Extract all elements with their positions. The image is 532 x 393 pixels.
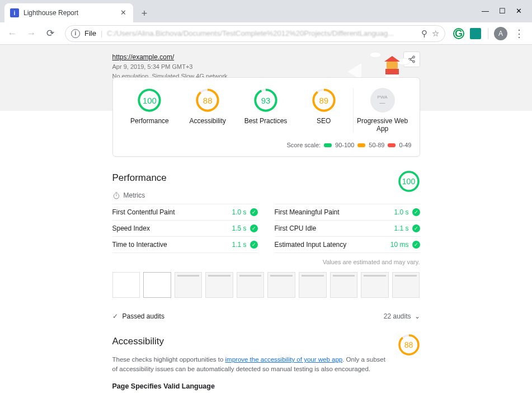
performance-section-gauge: 100 bbox=[398, 170, 420, 197]
svg-rect-14 bbox=[387, 62, 398, 69]
browser-titlebar: i Lighthouse Report ✕ + — ☐ ✕ bbox=[0, 0, 532, 22]
accessibility-description: These checks highlight opportunities to … bbox=[112, 355, 420, 375]
metric-row: First CPU Idle1.1 s✓ bbox=[275, 220, 420, 236]
metric-row: First Contentful Paint1.0 s✓ bbox=[112, 204, 258, 220]
filmstrip-frame[interactable] bbox=[392, 272, 420, 298]
check-icon: ✓ bbox=[412, 208, 420, 216]
browser-toolbar: ← → ⟳ i File | C:/Users/Alina.Bichova/Do… bbox=[0, 22, 532, 45]
metric-name: First CPU Idle bbox=[275, 224, 317, 232]
toolbar-separator bbox=[488, 28, 488, 39]
accessibility-section: 88 Accessibility These checks highlight … bbox=[112, 336, 420, 393]
close-window-button[interactable]: ✕ bbox=[516, 7, 522, 15]
svg-rect-11 bbox=[385, 69, 399, 74]
check-icon: ✓ bbox=[112, 312, 118, 320]
browser-tab[interactable]: i Lighthouse Report ✕ bbox=[4, 3, 133, 22]
grammarly-extension-icon[interactable]: G bbox=[452, 27, 465, 40]
lighthouse-favicon: i bbox=[10, 8, 19, 17]
svg-marker-15 bbox=[384, 56, 400, 62]
score-performance[interactable]: 100 Performance bbox=[121, 88, 179, 125]
metrics-header: Metrics bbox=[112, 191, 420, 199]
metric-value: 1.0 s bbox=[394, 208, 408, 216]
url-path: C:/Users/Alina.Bichova/Documents/TestCom… bbox=[107, 29, 417, 38]
filmstrip-frame[interactable] bbox=[205, 272, 233, 298]
filmstrip-frame[interactable] bbox=[267, 272, 295, 298]
metric-row: Time to Interactive1.1 s✓ bbox=[112, 236, 258, 253]
page-viewport[interactable]: https://example.com/ Apr 9, 2019, 5:34 P… bbox=[0, 45, 532, 393]
search-icon[interactable]: ⚲ bbox=[421, 29, 427, 39]
bookmark-icon[interactable]: ☆ bbox=[432, 29, 439, 39]
performance-title: Performance bbox=[112, 172, 420, 184]
url-scheme: File bbox=[84, 29, 96, 38]
window-controls: — ☐ ✕ bbox=[472, 0, 532, 22]
performance-section: 100 Performance Metrics First Contentful… bbox=[112, 172, 420, 320]
stopwatch-icon bbox=[112, 191, 120, 199]
metric-name: First Contentful Paint bbox=[112, 208, 175, 216]
page-info-icon[interactable]: i bbox=[71, 29, 80, 38]
filmstrip bbox=[112, 272, 420, 298]
maximize-button[interactable]: ☐ bbox=[499, 7, 506, 15]
filmstrip-frame[interactable] bbox=[299, 272, 327, 298]
metric-row: First Meaningful Paint1.0 s✓ bbox=[275, 204, 420, 220]
metrics-note: Values are estimated and may vary. bbox=[112, 259, 420, 265]
extension-icon[interactable] bbox=[469, 27, 482, 40]
metric-name: First Meaningful Paint bbox=[275, 208, 340, 216]
pwa-badge-icon: PWA— bbox=[370, 88, 395, 113]
metric-value: 1.0 s bbox=[232, 208, 246, 216]
address-bar[interactable]: i File | C:/Users/Alina.Bichova/Document… bbox=[65, 25, 445, 42]
filmstrip-frame[interactable] bbox=[237, 272, 265, 298]
scores-card: 100 Performance 88 Accessibility 93 Best… bbox=[112, 77, 420, 157]
metric-row: Estimated Input Latency10 ms✓ bbox=[275, 236, 420, 253]
metric-value: 1.1 s bbox=[232, 241, 246, 249]
filmstrip-frame[interactable] bbox=[330, 272, 358, 298]
filmstrip-frame[interactable] bbox=[361, 272, 389, 298]
metric-name: Time to Interactive bbox=[112, 241, 167, 249]
minimize-button[interactable]: — bbox=[482, 7, 489, 15]
filmstrip-frame[interactable] bbox=[175, 272, 203, 298]
audit-group-title: Page Specifies Valid Language bbox=[112, 382, 420, 390]
metric-name: Speed Index bbox=[112, 224, 150, 232]
score-seo[interactable]: 89 SEO bbox=[295, 88, 353, 125]
back-button[interactable]: ← bbox=[4, 26, 20, 41]
score-best-practices[interactable]: 93 Best Practices bbox=[237, 88, 295, 125]
chevron-down-icon: ⌄ bbox=[415, 312, 420, 320]
accessibility-title: Accessibility bbox=[112, 336, 420, 347]
browser-menu-button[interactable]: ⋮ bbox=[511, 27, 528, 40]
check-icon: ✓ bbox=[250, 208, 258, 216]
tab-title: Lighthouse Report bbox=[23, 9, 114, 17]
metric-value: 10 ms bbox=[390, 241, 409, 249]
report-url[interactable]: https://example.com/ bbox=[112, 53, 175, 61]
check-icon: ✓ bbox=[250, 241, 258, 249]
accessibility-learn-link[interactable]: improve the accessibility of your web ap… bbox=[225, 356, 343, 363]
check-icon: ✓ bbox=[412, 241, 420, 249]
metric-value: 1.1 s bbox=[394, 224, 408, 232]
profile-avatar[interactable]: A bbox=[494, 27, 507, 40]
reload-button[interactable]: ⟳ bbox=[43, 26, 58, 41]
svg-point-27 bbox=[114, 194, 119, 199]
close-tab-icon[interactable]: ✕ bbox=[119, 8, 128, 17]
metric-name: Estimated Input Latency bbox=[275, 241, 347, 249]
filmstrip-frame[interactable] bbox=[143, 272, 171, 298]
svg-point-9 bbox=[370, 52, 381, 58]
filmstrip-frame[interactable] bbox=[112, 272, 140, 298]
check-icon: ✓ bbox=[412, 224, 420, 232]
score-scale-legend: Score scale: 90-100 50-89 0-49 bbox=[121, 142, 412, 148]
accessibility-section-gauge: 88 bbox=[398, 334, 420, 361]
forward-button[interactable]: → bbox=[23, 26, 39, 41]
metric-row: Speed Index1.5 s✓ bbox=[112, 220, 258, 236]
check-icon: ✓ bbox=[250, 224, 258, 232]
score-pwa[interactable]: PWA— Progressive Web App bbox=[353, 88, 412, 133]
new-tab-button[interactable]: + bbox=[136, 6, 152, 21]
metric-value: 1.5 s bbox=[232, 224, 246, 232]
passed-audits-row[interactable]: ✓Passed audits 22 audits⌄ bbox=[112, 312, 420, 320]
score-accessibility[interactable]: 88 Accessibility bbox=[178, 88, 237, 125]
